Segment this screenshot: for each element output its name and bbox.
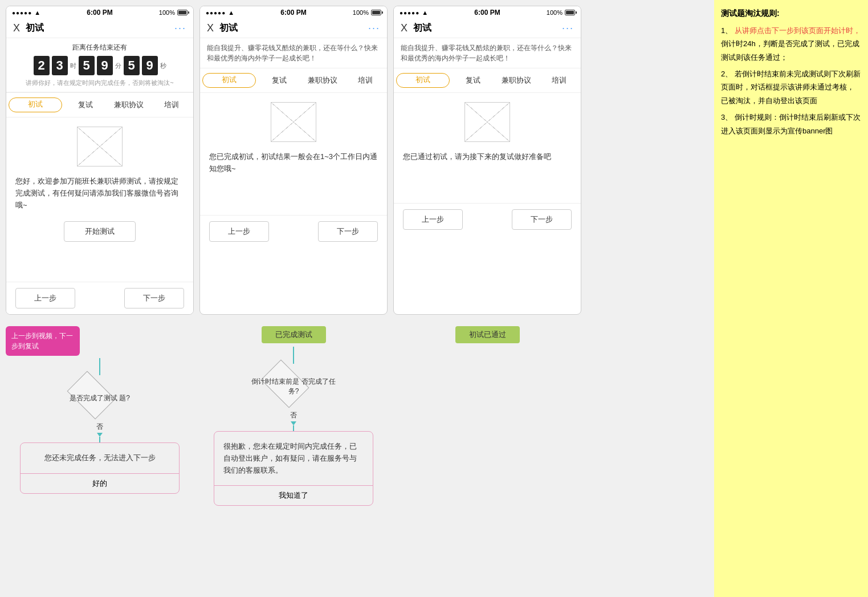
rule-2: 2、 若倒计时结束前未完成测试则下次刷新页面时，对话框提示该讲师未通过考核，已被… [721,67,861,107]
time-1: 6:00 PM [87,9,112,17]
result-btn-1[interactable]: 好的 [21,473,179,493]
wifi-icon-2: ▲ [228,9,234,16]
arrow-2 [291,421,296,425]
close-btn-2[interactable]: X [207,22,214,34]
battery-icon-3 [565,10,575,15]
battery-pct-1: 100% [159,9,175,16]
sidebar: 测试题淘汰规则: 1、 从讲师点击下一步到该页面开始计时， 倒计时24h，判断是… [714,0,868,597]
bottom-nav-3: 上一步 下一步 [394,203,581,235]
tab-peixun-1[interactable]: 培训 [150,98,194,112]
flow-area: 上一步到视频，下一步到复试 是否完成了测试 题? 否 您还未完成任务，无法进入下… [6,326,708,506]
wifi-icon: ▲ [34,9,40,16]
countdown-warning: 讲师你好，请在规定时间内完成任务，否则将被淘汰~ [13,79,186,87]
hour-unit: 时 [70,62,76,70]
top-nav-1: X 初试 ··· [6,19,193,38]
content-text-3: 您已通过初试，请为接下来的复试做好准备吧 [394,151,581,169]
pink-label: 上一步到视频，下一步到复试 [6,326,80,356]
time-3: 6:00 PM [474,9,500,17]
tab-chushi-1[interactable]: 初试 [9,98,62,112]
menu-dots-1[interactable]: ··· [174,22,186,34]
phone-1: ●●●●● ▲ 6:00 PM 100% X 初试 ··· [6,6,194,315]
wifi-icon-3: ▲ [422,9,428,16]
phone-2: ●●●●● ▲ 6:00 PM 100% X 初试 ··· 能自我 [199,6,388,315]
rule-1-highlight: 从讲师点击下一步到该页面开始计时， [735,26,861,35]
content-text-1: 您好，欢迎参加万能班长兼职讲师测试，请按规定完成测试，有任何疑问请添加我们客服微… [6,176,193,217]
prev-btn-1[interactable]: 上一步 [15,288,75,308]
sec-digit-2: 9 [142,56,158,75]
close-btn-1[interactable]: X [13,22,20,34]
hour-digit-1: 2 [34,56,50,75]
tab-fushi-3[interactable]: 复试 [452,73,495,88]
tab-chushi-3[interactable]: 初试 [396,73,450,88]
sec-unit: 秒 [160,62,166,70]
next-btn-1[interactable]: 下一步 [124,288,184,308]
rule-3: 3、 倒计时规则：倒计时结束后刷新或下次进入该页面则显示为宣传banner图 [721,111,861,137]
flow-col-3: 初试已通过 [393,326,581,506]
diamond-1: 是否完成了测试 题? [54,375,145,421]
banner-text-3: 能自我提升、赚零花钱又酷炫的兼职，还在等什么？快来和最优秀的海内外学子一起成长吧… [401,43,574,63]
menu-dots-3[interactable]: ··· [562,22,574,34]
prev-btn-2[interactable]: 上一步 [209,221,269,242]
next-btn-3[interactable]: 下一步 [512,209,572,230]
countdown-label: 距离任务结束还有 [13,43,186,52]
sidebar-content: 1、 从讲师点击下一步到该页面开始计时， 倒计时24h，判断是否完成了测试，已完… [721,24,861,137]
rule-1: 1、 从讲师点击下一步到该页面开始计时， 倒计时24h，判断是否完成了测试，已完… [721,24,861,64]
image-placeholder-2 [271,102,316,142]
top-nav-3: X 初试 ··· [394,19,581,38]
min-unit: 分 [115,62,121,70]
signal-dots: ●●●●● [12,10,32,16]
tab-chushi-2[interactable]: 初试 [202,73,256,88]
next-btn-2[interactable]: 下一步 [318,221,378,242]
image-placeholder-3 [464,102,510,142]
tab-peixun-3[interactable]: 培训 [538,73,581,88]
tab-fushi-1[interactable]: 复试 [64,98,108,112]
menu-dots-2[interactable]: ··· [368,22,380,34]
diamond-2: 倒计时结束前是 否完成了任务? [248,364,339,409]
nav-title-2: 初试 [219,22,368,34]
tab-peixun-2[interactable]: 培训 [344,73,388,88]
content-text-2: 您已完成初试，初试结果一般会在1~3个工作日内通知您哦~ [200,151,387,181]
flow-col-2: 已完成测试 倒计时结束前是 否完成了任务? 否 很抱歉，您未在规定时间内完成任务… [199,326,388,506]
image-placeholder-1 [77,127,123,166]
result-btn-2[interactable]: 我知道了 [214,485,373,505]
battery-pct-2: 100% [353,9,369,16]
rule-3-text: 倒计时规则：倒计时结束后刷新或下次进入该页面则显示为宣传banner图 [721,113,861,135]
battery-icon-2 [371,10,381,15]
phones-row: ●●●●● ▲ 6:00 PM 100% X 初试 ··· [6,6,708,315]
rule-2-text: 若倒计时结束前未完成测试则下次刷新页面时，对话框提示该讲师未通过考核，已被淘汰，… [721,70,861,105]
tab-fushi-2[interactable]: 复试 [258,73,301,88]
no-label-2: 否 [290,411,297,420]
time-2: 6:00 PM [280,9,306,17]
vline-1a [99,358,100,375]
status-bar-3: ●●●●● ▲ 6:00 PM 100% [394,6,581,19]
rule-3-number: 3、 [721,113,732,121]
countdown-section: 距离任务结束还有 2 3 时 5 9 分 5 9 秒 讲师你好，请在规定时间内完… [6,38,193,92]
nav-title-1: 初试 [26,22,174,34]
no-label-1: 否 [96,422,103,432]
phone-3: ●●●●● ▲ 6:00 PM 100% X 初试 ··· 能自我 [393,6,581,315]
diamond-text-2: 倒计时结束前是 否完成了任务? [248,377,339,396]
result-text-2: 很抱歉，您未在规定时间内完成任务，已自动登出账户，如有疑问，请在服务号与我们的客… [214,432,373,485]
countdown-timer: 2 3 时 5 9 分 5 9 秒 [13,56,186,75]
arrow-1 [97,433,103,437]
rule-2-number: 2、 [721,70,732,78]
tab-jianzhi-1[interactable]: 兼职协议 [107,98,150,112]
close-btn-3[interactable]: X [401,22,407,34]
start-test-btn[interactable]: 开始测试 [64,221,136,242]
banner-area-2: 能自我提升、赚零花钱又酷炫的兼职，还在等什么？快来和最优秀的海内外学子一起成长吧… [200,38,387,68]
prev-btn-3[interactable]: 上一步 [403,209,463,230]
battery-icon-1 [177,10,188,15]
result-text-1: 您还未完成任务，无法进入下一步 [21,443,179,473]
sec-digit-1: 5 [124,56,140,75]
top-nav-2: X 初试 ··· [200,19,387,38]
hour-digit-2: 3 [52,56,68,75]
signal-dots-3: ●●●●● [400,10,419,16]
vline-2b [293,425,294,431]
badge-phone2: 已完成测试 [262,326,326,343]
tab-jianzhi-2[interactable]: 兼职协议 [301,73,344,88]
status-bar-2: ●●●●● ▲ 6:00 PM 100% [200,6,387,19]
tab-jianzhi-3[interactable]: 兼职协议 [495,73,538,88]
banner-text-2: 能自我提升、赚零花钱又酷炫的兼职，还在等什么？快来和最优秀的海内外学子一起成长吧… [207,43,380,63]
battery-pct-3: 100% [547,9,563,16]
badge-phone3: 初试已通过 [455,326,520,343]
